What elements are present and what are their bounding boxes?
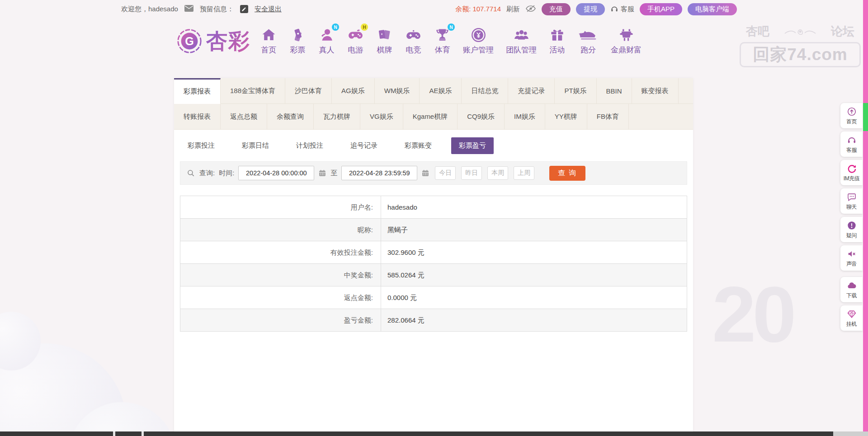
- tab-deposit-withdraw-records[interactable]: 充提记录: [508, 78, 555, 104]
- sidebar-item-download[interactable]: 下载: [840, 277, 863, 302]
- tab-transfer-report[interactable]: 转账报表: [174, 104, 221, 130]
- nav-item-home[interactable]: 首页: [260, 27, 277, 55]
- edit-pencil-icon[interactable]: [240, 5, 248, 13]
- tab-pt[interactable]: PT娱乐: [555, 78, 596, 104]
- table-row: 盈亏金额: 282.0664 元: [180, 309, 687, 332]
- refresh-link[interactable]: 刷新: [506, 5, 520, 14]
- nav-item-sports[interactable]: N 体育: [434, 27, 451, 55]
- nav-item-lottery[interactable]: 彩票: [289, 27, 306, 55]
- playing-cards-icon: [376, 27, 393, 43]
- cloud-download-icon: [847, 281, 857, 291]
- sidebar-item-im-recharge[interactable]: IM充值: [840, 160, 863, 185]
- site-logo[interactable]: G 杏彩: [175, 27, 250, 55]
- sidebar-item-question[interactable]: 疑问: [840, 217, 863, 242]
- sidebar-item-sound[interactable]: 声音: [840, 245, 863, 271]
- yuan-coin-icon: [470, 27, 487, 43]
- balance: 余额:107.7714: [455, 5, 501, 14]
- nav-item-esports[interactable]: 电竞: [405, 27, 422, 55]
- customer-service-link[interactable]: 客服: [610, 5, 634, 14]
- quick-today-button[interactable]: 今日: [435, 166, 456, 180]
- row-label: 用户名:: [180, 196, 381, 218]
- lottery-subtabs: 彩票投注 彩票日结 计划投注 追号记录 彩票账变 彩票盈亏: [174, 130, 693, 157]
- tab-daily-summary[interactable]: 日结总览: [462, 78, 508, 104]
- horizontal-scrollbar[interactable]: [0, 431, 868, 436]
- headset-icon: [847, 135, 857, 145]
- nav-label: 电竞: [406, 45, 421, 55]
- nav-label: 体育: [435, 45, 450, 55]
- quick-this-week-button[interactable]: 本周: [487, 166, 508, 180]
- row-label: 盈亏金额:: [180, 309, 381, 331]
- withdraw-button[interactable]: 提现: [576, 3, 605, 15]
- subtab-lottery-account-change[interactable]: 彩票账变: [397, 137, 439, 154]
- tab-wm[interactable]: WM娱乐: [375, 78, 420, 104]
- envelope-icon[interactable]: [184, 5, 193, 13]
- row-label: 昵称:: [180, 219, 381, 241]
- quick-yesterday-button[interactable]: 昨日: [461, 166, 482, 180]
- sidebar-item-hangup[interactable]: 挂机: [840, 305, 863, 331]
- logout-link[interactable]: 安全退出: [255, 5, 282, 14]
- search-submit-button[interactable]: 查 询: [549, 166, 585, 181]
- quick-last-week-button[interactable]: 上周: [514, 166, 534, 180]
- subtab-lottery-bets[interactable]: 彩票投注: [180, 137, 222, 154]
- query-bar: 查询: 时间: 至 今日 昨日 本周 上周 查 询: [180, 161, 687, 185]
- nav-item-cards[interactable]: 棋牌: [376, 27, 393, 55]
- home-icon: [260, 27, 277, 43]
- tab-row-filler: [629, 104, 693, 130]
- calendar-icon[interactable]: [421, 169, 429, 177]
- nav-item-treasure[interactable]: 金鼎财富: [611, 27, 642, 55]
- watermark-left-text: 杏吧: [746, 23, 769, 39]
- mobile-app-button[interactable]: 手机APP: [640, 3, 682, 15]
- tab-bbin[interactable]: BBIN: [597, 78, 632, 104]
- tab-im[interactable]: IM娱乐: [505, 104, 545, 130]
- watermark-domain: 回家74.com: [740, 42, 861, 67]
- subtab-lottery-profit-loss[interactable]: 彩票盈亏: [451, 137, 494, 154]
- pc-client-button[interactable]: 电脑客户端: [688, 3, 737, 15]
- sidebar-item-chat[interactable]: 聊天: [840, 188, 863, 214]
- recharge-button[interactable]: 充值: [542, 3, 571, 15]
- end-time-input[interactable]: [341, 166, 417, 180]
- tab-vg[interactable]: VG娱乐: [360, 104, 403, 130]
- tab-balance-query[interactable]: 余额查询: [267, 104, 314, 130]
- tab-kgame[interactable]: Kgame棋牌: [403, 104, 458, 130]
- subtab-chase-records[interactable]: 追号记录: [343, 137, 385, 154]
- nav-item-team[interactable]: 团队管理: [506, 27, 537, 55]
- nav-item-account[interactable]: 账户管理: [463, 27, 494, 55]
- row-value: 282.0664 元: [381, 309, 687, 331]
- subtab-plan-bets[interactable]: 计划投注: [288, 137, 331, 154]
- table-row: 有效投注金额: 302.9600 元: [180, 241, 687, 264]
- calendar-icon[interactable]: [318, 169, 326, 177]
- tab-ae[interactable]: AE娱乐: [420, 78, 462, 104]
- nav-item-activity[interactable]: 活动: [549, 27, 566, 55]
- chat-bubble-icon: [847, 192, 857, 202]
- report-tabs-row-1: 彩票报表 188金宝博体育 沙巴体育 AG娱乐 WM娱乐 AE娱乐 日结总览 充…: [174, 78, 693, 104]
- nav-item-egame[interactable]: H 电游: [347, 27, 364, 55]
- start-time-input[interactable]: [238, 166, 314, 180]
- tab-188bet-sports[interactable]: 188金宝博体育: [221, 78, 285, 104]
- tab-wali-cards[interactable]: 瓦力棋牌: [314, 104, 360, 130]
- headset-icon: [610, 5, 618, 14]
- mute-speaker-icon: [847, 249, 857, 259]
- nav-label: 跑分: [580, 45, 596, 55]
- sidebar-item-home-top[interactable]: 首页: [840, 103, 863, 128]
- tab-fb-sports[interactable]: FB体育: [587, 104, 629, 130]
- customer-service-label: 客服: [621, 5, 634, 14]
- tab-saba-sports[interactable]: 沙巴体育: [285, 78, 332, 104]
- tab-account-change-report[interactable]: 账变报表: [632, 78, 679, 104]
- subtab-lottery-daily[interactable]: 彩票日结: [234, 137, 277, 154]
- vertical-scrollbar-thumb[interactable]: [863, 103, 868, 131]
- nav-item-paofen[interactable]: 跑分: [578, 28, 599, 55]
- table-row: 昵称: 黑蝎子: [180, 219, 687, 241]
- eye-off-icon[interactable]: [525, 5, 536, 14]
- im-recharge-icon: [847, 164, 857, 173]
- tab-yy-cards[interactable]: YY棋牌: [545, 104, 587, 130]
- nav-item-live[interactable]: N 真人: [318, 27, 335, 55]
- tab-lottery-report[interactable]: 彩票报表: [174, 78, 221, 104]
- tab-ag[interactable]: AG娱乐: [332, 78, 375, 104]
- logo-text: 杏彩: [206, 28, 250, 55]
- tab-cq9[interactable]: CQ9娱乐: [458, 104, 505, 130]
- floating-sidebar: 首页 客服 IM充值 聊天 疑问 声音 下载 挂机: [840, 103, 863, 331]
- sidebar-item-service[interactable]: 客服: [840, 131, 863, 157]
- scrollbar-notch: [142, 431, 144, 436]
- tab-rebate-total[interactable]: 返点总额: [221, 104, 267, 130]
- vertical-scrollbar[interactable]: [863, 0, 868, 436]
